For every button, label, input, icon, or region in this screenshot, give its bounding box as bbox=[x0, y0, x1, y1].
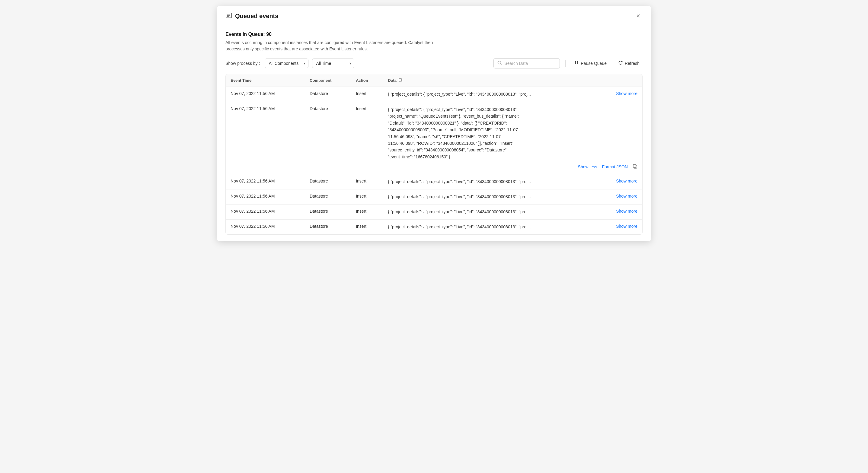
table-header-row: Event Time Component Action Data bbox=[226, 74, 642, 87]
cell-event-time: Nov 07, 2022 11:56 AM bbox=[226, 220, 305, 235]
cell-action: Insert bbox=[351, 204, 383, 220]
cell-component: Datastore bbox=[305, 220, 351, 235]
refresh-label: Refresh bbox=[625, 61, 640, 66]
table-row: Nov 07, 2022 11:56 AM Datastore Insert {… bbox=[226, 220, 642, 235]
data-preview-text: { "project_details": { "project_type": "… bbox=[388, 179, 614, 185]
show-less-button[interactable]: Show less bbox=[578, 164, 597, 169]
queued-events-modal: Queued events × Events in Queue: 90 All … bbox=[217, 6, 651, 241]
events-count: Events in Queue: 90 bbox=[225, 32, 643, 37]
cell-event-time: Nov 07, 2022 11:56 AM bbox=[226, 102, 305, 175]
col-data: Data bbox=[383, 74, 642, 87]
cell-data: { "project_details": { "project_type": "… bbox=[383, 204, 642, 220]
refresh-icon bbox=[618, 60, 623, 66]
col-event-time: Event Time bbox=[226, 74, 305, 87]
events-table: Event Time Component Action Data bbox=[226, 74, 642, 234]
expanded-actions: Show less Format JSON bbox=[388, 164, 638, 170]
col-action: Action bbox=[351, 74, 383, 87]
copy-column-icon[interactable] bbox=[398, 78, 403, 83]
table-row: Nov 07, 2022 11:56 AM Datastore Insert {… bbox=[226, 102, 642, 175]
data-preview-text: { "project_details": { "project_type": "… bbox=[388, 91, 614, 97]
events-table-container: Event Time Component Action Data bbox=[225, 74, 643, 235]
cell-data: { "project_details": { "project_type": "… bbox=[383, 175, 642, 189]
cell-action: Insert bbox=[351, 102, 383, 175]
modal-title-row: Queued events bbox=[225, 12, 278, 20]
data-preview-text: { "project_details": { "project_type": "… bbox=[388, 209, 614, 215]
time-select[interactable]: All Time Last 1 Hour Last 24 Hours Last … bbox=[312, 59, 354, 68]
cell-component: Datastore bbox=[305, 102, 351, 175]
close-button[interactable]: × bbox=[634, 11, 643, 21]
cell-data: { "project_details": { "project_type": "… bbox=[383, 189, 642, 204]
show-process-label: Show process by : bbox=[225, 61, 260, 66]
cell-component: Datastore bbox=[305, 204, 351, 220]
data-preview-text: { "project_details": { "project_type": "… bbox=[388, 194, 614, 200]
search-box bbox=[493, 58, 560, 68]
component-select[interactable]: All Components Datastore Functions bbox=[265, 59, 308, 68]
show-more-button[interactable]: Show more bbox=[616, 209, 638, 214]
table-row: Nov 07, 2022 11:56 AM Datastore Insert {… bbox=[226, 87, 642, 102]
toolbar-right: Pause Queue Refresh bbox=[493, 58, 643, 68]
expanded-data-text: { "project_details": { "project_type": "… bbox=[388, 106, 638, 160]
refresh-button[interactable]: Refresh bbox=[615, 59, 643, 68]
cell-action: Insert bbox=[351, 87, 383, 102]
modal-body: Events in Queue: 90 All events occurring… bbox=[217, 25, 651, 241]
cell-action: Insert bbox=[351, 220, 383, 235]
svg-rect-7 bbox=[577, 61, 578, 64]
table-row: Nov 07, 2022 11:56 AM Datastore Insert {… bbox=[226, 175, 642, 189]
cell-component: Datastore bbox=[305, 189, 351, 204]
col-component: Component bbox=[305, 74, 351, 87]
cell-component: Datastore bbox=[305, 175, 351, 189]
format-json-button[interactable]: Format JSON bbox=[602, 164, 628, 169]
cell-data-expanded: { "project_details": { "project_type": "… bbox=[383, 102, 642, 175]
modal-header: Queued events × bbox=[217, 6, 651, 25]
cell-action: Insert bbox=[351, 189, 383, 204]
table-body: Nov 07, 2022 11:56 AM Datastore Insert {… bbox=[226, 87, 642, 235]
data-preview-text: { "project_details": { "project_type": "… bbox=[388, 224, 614, 230]
events-description: All events occurring in component instan… bbox=[225, 39, 437, 52]
time-select-wrapper[interactable]: All Time Last 1 Hour Last 24 Hours Last … bbox=[312, 59, 354, 68]
cell-action: Insert bbox=[351, 175, 383, 189]
search-input[interactable] bbox=[504, 61, 553, 66]
cell-event-time: Nov 07, 2022 11:56 AM bbox=[226, 189, 305, 204]
cell-component: Datastore bbox=[305, 87, 351, 102]
cell-event-time: Nov 07, 2022 11:56 AM bbox=[226, 175, 305, 189]
cell-event-time: Nov 07, 2022 11:56 AM bbox=[226, 204, 305, 220]
modal-title: Queued events bbox=[235, 13, 278, 20]
svg-line-5 bbox=[501, 64, 502, 65]
pause-queue-button[interactable]: Pause Queue bbox=[571, 59, 610, 68]
show-more-button[interactable]: Show more bbox=[616, 224, 638, 229]
toolbar: Show process by : All Components Datasto… bbox=[225, 58, 643, 68]
show-more-button[interactable]: Show more bbox=[616, 91, 638, 96]
show-more-button[interactable]: Show more bbox=[616, 179, 638, 183]
search-icon bbox=[497, 61, 502, 66]
pause-icon bbox=[574, 60, 579, 66]
show-more-button[interactable]: Show more bbox=[616, 194, 638, 198]
cell-data: { "project_details": { "project_type": "… bbox=[383, 87, 642, 102]
modal-icon bbox=[225, 12, 232, 20]
pause-queue-label: Pause Queue bbox=[581, 61, 607, 66]
component-select-wrapper[interactable]: All Components Datastore Functions bbox=[265, 59, 308, 68]
table-row: Nov 07, 2022 11:56 AM Datastore Insert {… bbox=[226, 204, 642, 220]
svg-rect-9 bbox=[399, 78, 401, 81]
copy-data-button[interactable] bbox=[632, 164, 638, 170]
toolbar-divider bbox=[565, 60, 566, 67]
table-row: Nov 07, 2022 11:56 AM Datastore Insert {… bbox=[226, 189, 642, 204]
cell-data: { "project_details": { "project_type": "… bbox=[383, 220, 642, 235]
cell-event-time: Nov 07, 2022 11:56 AM bbox=[226, 87, 305, 102]
svg-rect-6 bbox=[575, 61, 576, 64]
toolbar-left: Show process by : All Components Datasto… bbox=[225, 59, 354, 68]
svg-rect-12 bbox=[633, 164, 636, 167]
